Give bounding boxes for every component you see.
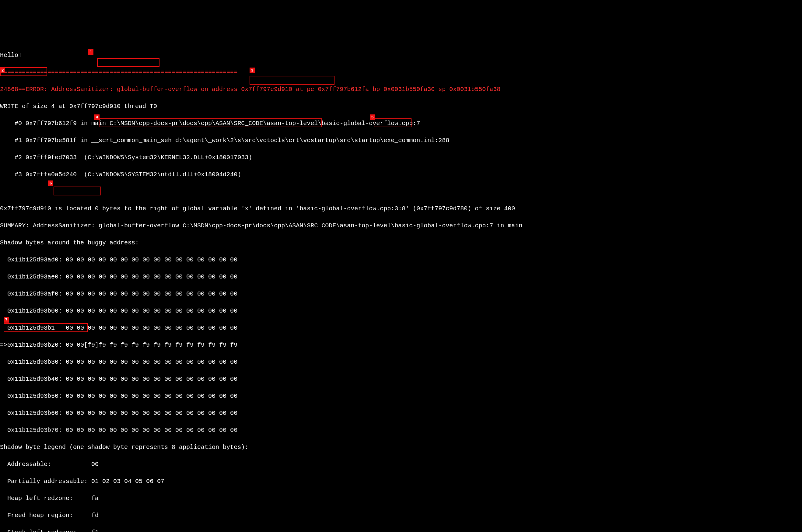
write-line: WRITE of size 4 at 0x7ff797c9d910 thread… bbox=[0, 102, 802, 111]
legend-row: Freed heap region: fd bbox=[0, 511, 802, 520]
blank-line bbox=[0, 188, 802, 196]
annotation-badge-6: 6 bbox=[48, 180, 53, 186]
error-line: 24868==ERROR: AddressSanitizer: global-b… bbox=[0, 85, 802, 94]
shadow-row: 0x11b125d93ae0: 00 00 00 00 00 00 00 00 … bbox=[0, 273, 802, 281]
annotation-badge-1: 1 bbox=[88, 49, 93, 55]
located-size: of size 400 bbox=[475, 205, 515, 212]
legend-row: Addressable: 00 bbox=[0, 460, 802, 469]
frame-0: #0 0x7ff797b612f9 in main C:\MSDN\cpp-do… bbox=[0, 119, 802, 128]
highlight-box-3-source-file bbox=[250, 76, 335, 84]
shadow-header: Shadow bytes around the buggy address: bbox=[0, 239, 802, 247]
located-paren: (0x7ff797c9d780) bbox=[409, 205, 475, 212]
annotation-badge-3: 3 bbox=[250, 68, 255, 73]
highlight-box-1-error-type bbox=[97, 58, 159, 67]
shadow-row: 0x11b125d93b60: 00 00 00 00 00 00 00 00 … bbox=[0, 409, 802, 418]
shadow-row: 0x11b125d93ad0: 00 00 00 00 00 00 00 00 … bbox=[0, 256, 802, 264]
frame-3: #3 0x7fffa0a5d240 (C:\WINDOWS\SYSTEM32\n… bbox=[0, 170, 802, 179]
located-line: 0x7ff797c9d910 is located 0 bytes to the… bbox=[0, 205, 802, 213]
shadow-current-prefix: =>0x11b125d93b20: bbox=[0, 341, 66, 348]
shadow-current-rest: f9 f9 f9 f9 f9 f9 f9 f9 f9 f9 f9 bbox=[120, 341, 237, 348]
shadow-current-hl: 00 00[f9]f9 f9 bbox=[66, 341, 120, 348]
error-type: global-buffer-overflow bbox=[117, 86, 197, 93]
shadow-row: 0x11b125d93b70: 00 00 00 00 00 00 00 00 … bbox=[0, 426, 802, 435]
annotation-badge-4: 4 bbox=[94, 114, 99, 120]
frame-1: #1 0x7ff797be581f in __scrt_common_main_… bbox=[0, 136, 802, 145]
shadow-current-row: =>0x11b125d93b20: 00 00[f9]f9 f9 f9 f9 f… bbox=[0, 341, 802, 349]
shadow-row: 0x11b125d93b50: 00 00 00 00 00 00 00 00 … bbox=[0, 392, 802, 400]
legend-row: Partially addressable: 01 02 03 04 05 06… bbox=[0, 477, 802, 486]
annotation-badge-5: 5 bbox=[370, 114, 375, 120]
annotation-badge-7: 7 bbox=[4, 317, 9, 323]
error-addr: on address 0x7ff797c9d910 at pc 0x7ff797… bbox=[197, 86, 500, 93]
write-of-size: WRITE of size 4 bbox=[0, 103, 55, 110]
located-prefix: 0x7ff797c9d910 is located 0 bytes bbox=[0, 205, 124, 212]
annotation-badge-2: 2 bbox=[0, 68, 5, 73]
summary-line: SUMMARY: AddressSanitizer: global-buffer… bbox=[0, 222, 802, 230]
greeting-line: Hello! bbox=[0, 51, 802, 60]
legend-header: Shadow byte legend (one shadow byte repr… bbox=[0, 443, 802, 452]
shadow-row: 0x11b125d93b30: 00 00 00 00 00 00 00 00 … bbox=[0, 358, 802, 366]
terminal-output: Hello! =================================… bbox=[0, 43, 802, 532]
shadow-row: 0x11b125d93b1 00 00 00 00 00 00 00 00 00… bbox=[0, 324, 802, 332]
divider-line: ========================================… bbox=[0, 68, 802, 77]
error-prefix: 24868==ERROR: AddressSanitizer: bbox=[0, 86, 117, 93]
legend-row: Heap left redzone: fa bbox=[0, 494, 802, 503]
frame-2: #2 0x7fff9fed7033 (C:\WINDOWS\System32\K… bbox=[0, 153, 802, 162]
shadow-row: 0x11b125d93b00: 00 00 00 00 00 00 00 00 … bbox=[0, 307, 802, 315]
shadow-row: 0x11b125d93b40: 00 00 00 00 00 00 00 00 … bbox=[0, 375, 802, 383]
shadow-row: 0x11b125d93af0: 00 00 00 00 00 00 00 00 … bbox=[0, 290, 802, 298]
write-at: at 0x7ff797c9d910 thread T0 bbox=[55, 103, 157, 110]
located-mid: to the right of global variable 'x' defi… bbox=[124, 205, 409, 212]
legend-row: Stack left redzone: f1 bbox=[0, 528, 802, 532]
